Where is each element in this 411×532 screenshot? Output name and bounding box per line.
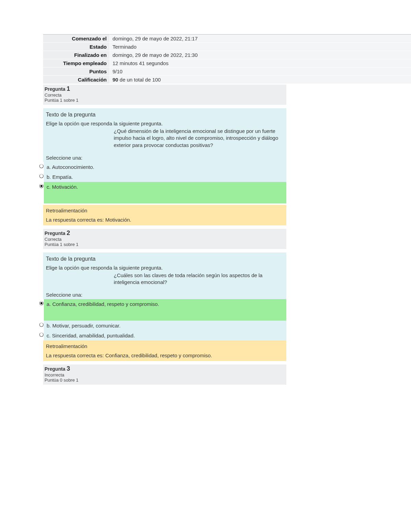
- question-block-3: Pregunta 3 Incorrecta Puntúa 0 sobre 1: [43, 364, 286, 385]
- option-label[interactable]: c. Motivación.: [44, 182, 286, 203]
- option-row: a. Confianza, credibilidad, respeto y co…: [39, 299, 286, 321]
- question-text: ¿Cuáles son las claves de toda relación …: [43, 272, 286, 287]
- question-status: Correcta: [45, 92, 285, 98]
- feedback-title: Retroalimentación: [46, 343, 284, 352]
- question-marks: Puntúa 1 sobre 1: [45, 98, 285, 103]
- question-marks: Puntúa 1 sobre 1: [45, 242, 285, 247]
- select-one-label: Seleccione una:: [43, 290, 286, 299]
- radio-icon[interactable]: [39, 323, 43, 327]
- summary-row: Puntos 9/10: [43, 67, 411, 76]
- summary-value: 9/10: [110, 67, 411, 76]
- question-prompt: Elige la opción que responda la siguient…: [43, 265, 286, 272]
- option-row: c. Sinceridad, amabilidad, puntualidad.: [39, 331, 286, 341]
- summary-label: Estado: [43, 43, 110, 51]
- summary-value: domingo, 29 de mayo de 2022, 21:30: [110, 51, 411, 59]
- option-label[interactable]: a. Confianza, credibilidad, respeto y co…: [44, 299, 286, 321]
- summary-row: Tiempo empleado 12 minutos 41 segundos: [43, 59, 411, 67]
- feedback-block: Retroalimentación La respuesta correcta …: [43, 205, 286, 225]
- question-header: Pregunta 2 Correcta Puntúa 1 sobre 1: [43, 229, 286, 249]
- question-prompt: Elige la opción que responda la siguient…: [43, 121, 286, 128]
- summary-value: 90 de un total de 100: [110, 76, 411, 84]
- summary-value: Terminado: [110, 43, 411, 51]
- summary-row: Calificación 90 de un total de 100: [43, 76, 411, 84]
- option-label[interactable]: c. Sinceridad, amabilidad, puntualidad.: [44, 331, 286, 341]
- summary-row: Estado Terminado: [43, 43, 411, 51]
- radio-icon[interactable]: [39, 174, 43, 178]
- question-text: ¿Qué dimensión de la inteligencia emocio…: [43, 128, 286, 150]
- question-marks: Puntúa 0 sobre 1: [45, 378, 285, 383]
- summary-label: Tiempo empleado: [43, 59, 110, 67]
- summary-label: Puntos: [43, 67, 110, 76]
- radio-icon[interactable]: [39, 301, 43, 305]
- question-title: Pregunta 2: [45, 230, 285, 237]
- feedback-text: La respuesta correcta es: Confianza, cre…: [46, 352, 284, 358]
- summary-value: 12 minutos 41 segundos: [110, 59, 411, 67]
- question-block-1: Pregunta 1 Correcta Puntúa 1 sobre 1 Tex…: [43, 85, 286, 225]
- option-label[interactable]: a. Autoconocimiento.: [44, 162, 286, 172]
- question-block-2: Pregunta 2 Correcta Puntúa 1 sobre 1 Tex…: [43, 229, 286, 361]
- summary-label: Finalizado en: [43, 51, 110, 59]
- question-text-label: Texto de la pregunta: [43, 256, 286, 265]
- summary-table: Comenzado el domingo, 29 de mayo de 2022…: [43, 34, 411, 84]
- option-row: a. Autoconocimiento.: [39, 162, 286, 172]
- option-row: b. Empatía.: [39, 172, 286, 182]
- radio-icon[interactable]: [39, 333, 43, 337]
- option-row: c. Motivación.: [39, 182, 286, 203]
- radio-icon[interactable]: [39, 164, 43, 168]
- question-title: Pregunta 3: [45, 365, 285, 372]
- question-title: Pregunta 1: [45, 85, 285, 92]
- summary-label: Comenzado el: [43, 35, 110, 43]
- summary-row: Finalizado en domingo, 29 de mayo de 202…: [43, 51, 411, 59]
- option-label[interactable]: b. Empatía.: [44, 172, 286, 182]
- select-one-label: Seleccione una:: [43, 153, 286, 162]
- feedback-title: Retroalimentación: [46, 208, 284, 217]
- summary-value: domingo, 29 de mayo de 2022, 21:17: [110, 35, 411, 43]
- option-row: b. Motivar, persuadir, comunicar.: [39, 321, 286, 331]
- question-status: Correcta: [45, 237, 285, 242]
- radio-icon[interactable]: [39, 184, 43, 188]
- option-label[interactable]: b. Motivar, persuadir, comunicar.: [44, 321, 286, 331]
- summary-row: Comenzado el domingo, 29 de mayo de 2022…: [43, 35, 411, 43]
- summary-label: Calificación: [43, 76, 110, 84]
- feedback-text: La respuesta correcta es: Motivación.: [46, 217, 284, 223]
- question-text-label: Texto de la pregunta: [43, 112, 286, 121]
- question-status: Incorrecta: [45, 372, 285, 378]
- question-header: Pregunta 3 Incorrecta Puntúa 0 sobre 1: [43, 364, 286, 385]
- feedback-block: Retroalimentación La respuesta correcta …: [43, 341, 286, 361]
- question-header: Pregunta 1 Correcta Puntúa 1 sobre 1: [43, 85, 286, 105]
